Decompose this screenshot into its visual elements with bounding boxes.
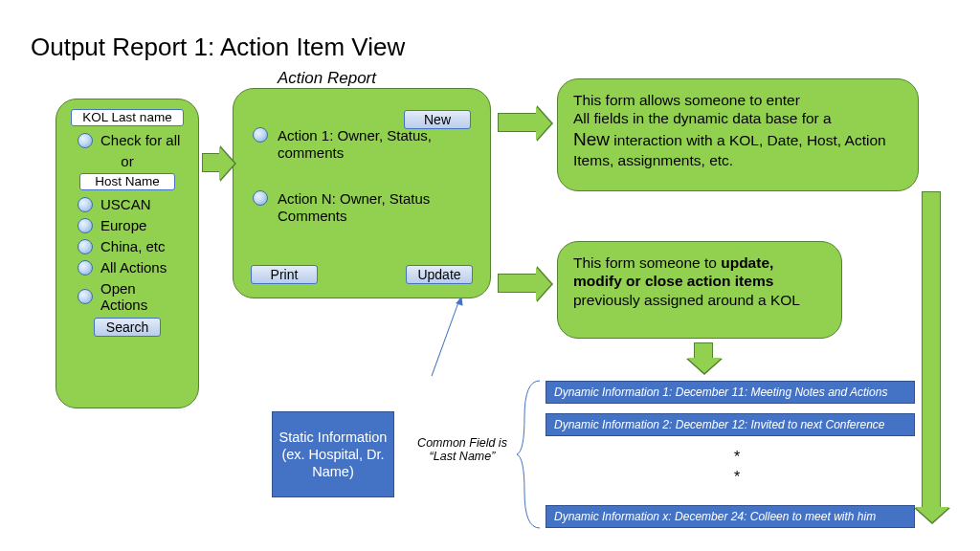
radio-icon [78,218,93,233]
or-label: or [66,153,189,169]
page-title: Output Report 1: Action Item View [31,33,405,62]
arrow-right-icon [498,274,536,293]
region-label: Europe [100,217,146,233]
host-name-field[interactable]: Host Name [79,173,175,190]
static-info-label: Static Information (ex. Hospital, Dr. Na… [277,429,390,480]
brace-icon [517,379,542,530]
dynamic-info-bar: Dynamic Information 1: December 11: Meet… [546,381,915,404]
radio-icon [78,239,93,254]
desc-line: This form allows someone to enter [573,92,800,108]
kol-lastname-field[interactable]: KOL Last name [71,109,184,126]
arrow-down-icon [694,342,713,358]
dynamic-info-label: Dynamic Information 2: December 12: Invi… [554,418,885,431]
desc-big-new: New [573,129,610,149]
dynamic-info-label: Dynamic Information 1: December 11: Meet… [554,386,887,399]
update-description-panel: This form someone to update, modify or c… [557,241,842,339]
new-description-panel: This form allows someone to enter All fi… [557,78,919,191]
arrow-right-icon [202,153,219,172]
radio-icon [78,260,93,276]
common-field-label: Common Field is “Last Name” [410,436,515,464]
desc-line: This form someone to [573,254,721,271]
action-report-label: Action Report [278,69,376,88]
desc-line: interaction with a KOL, Date, Host, Acti… [573,132,886,168]
ellipsis-asterisks: * * [727,448,746,488]
action-report-panel: New Action 1: Owner, Status, comments Ac… [233,88,491,298]
update-button[interactable]: Update [406,265,473,284]
open-actions-row[interactable]: Open Actions [72,280,183,313]
dynamic-info-label: Dynamic Information x: December 24: Coll… [554,510,876,523]
arrow-down-icon [922,191,941,507]
open-actions-label: Open Actions [100,280,183,313]
static-info-box: Static Information (ex. Hospital, Dr. Na… [272,411,394,497]
connector-line-icon [432,298,460,376]
radio-icon [253,127,268,143]
region-europe[interactable]: Europe [72,217,183,233]
all-actions-label: All Actions [100,259,167,276]
action-n-row: Action N: Owner, Status Comments [253,190,469,225]
search-button[interactable]: Search [94,318,161,337]
dynamic-info-bar: Dynamic Information 2: December 12: Invi… [546,413,915,436]
region-label: China, etc [100,238,166,254]
arrow-right-icon [498,113,536,132]
check-all-label: Check for all [100,132,180,148]
dynamic-info-bar: Dynamic Information x: December 24: Coll… [546,505,915,528]
new-button[interactable]: New [404,110,471,129]
check-all-row[interactable]: Check for all [72,132,183,148]
radio-icon [78,289,93,304]
desc-line: previously assigned around a KOL [573,292,800,308]
region-uscan[interactable]: USCAN [72,196,183,212]
radio-icon [78,133,93,148]
region-label: USCAN [100,196,151,212]
radio-icon [253,190,268,206]
filters-panel: KOL Last name Check for all or Host Name… [56,99,199,408]
action-1-row: Action 1: Owner, Status, comments [253,127,469,162]
radio-icon [78,197,93,212]
desc-line: All fields in the dynamic data base for … [573,110,832,126]
action-1-label: Action 1: Owner, Status, comments [278,127,469,162]
action-n-label: Action N: Owner, Status Comments [278,190,469,225]
region-china[interactable]: China, etc [72,238,183,254]
all-actions-row[interactable]: All Actions [72,259,183,276]
print-button[interactable]: Print [251,265,318,284]
